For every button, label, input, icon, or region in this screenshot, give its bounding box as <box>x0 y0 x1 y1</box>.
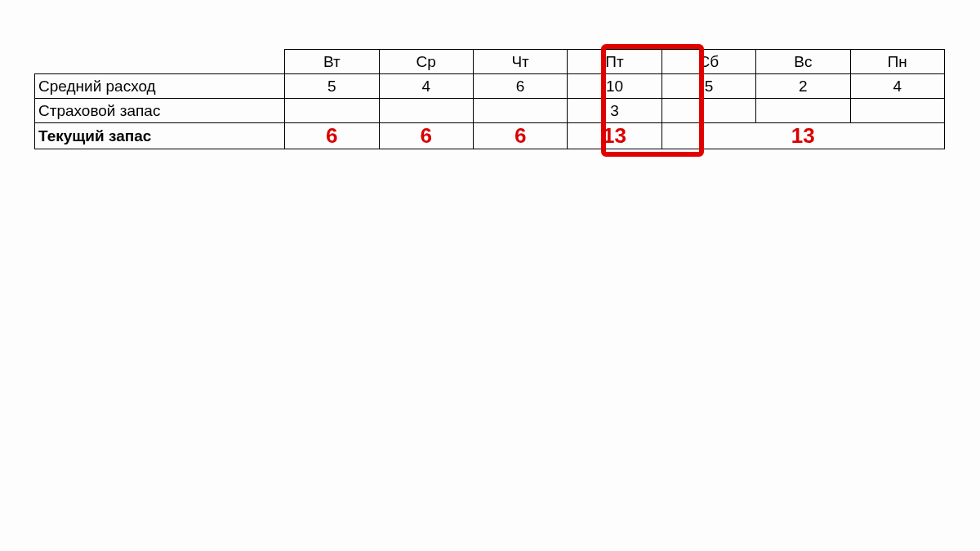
avg-pt: 10 <box>568 74 662 99</box>
safety-sb <box>662 99 755 123</box>
header-vt: Вт <box>285 50 379 74</box>
current-cht: 6 <box>473 123 567 149</box>
current-stock-row: Текущий запас 6 6 6 13 13 <box>35 123 945 149</box>
header-vs: Вс <box>756 50 850 74</box>
safety-pt: 3 <box>568 99 662 123</box>
current-sb <box>662 123 755 149</box>
current-sr: 6 <box>379 123 473 149</box>
current-vs: 13 <box>756 123 850 149</box>
safety-stock-row: Страховой запас 3 <box>35 99 945 123</box>
current-pn <box>850 123 944 149</box>
avg-vt: 5 <box>285 74 379 99</box>
safety-label: Страховой запас <box>35 99 285 123</box>
safety-pn <box>850 99 944 123</box>
avg-pn: 4 <box>850 74 944 99</box>
stock-table: Вт Ср Чт Пт Сб Вс Пн Средний расход 5 4 … <box>34 49 945 149</box>
current-label: Текущий запас <box>35 123 285 149</box>
header-sb: Сб <box>662 50 755 74</box>
stock-table-container: Вт Ср Чт Пт Сб Вс Пн Средний расход 5 4 … <box>34 49 945 149</box>
avg-vs: 2 <box>756 74 850 99</box>
avg-sr: 4 <box>379 74 473 99</box>
avg-consumption-row: Средний расход 5 4 6 10 5 2 4 <box>35 74 945 99</box>
header-pn: Пн <box>850 50 944 74</box>
avg-cht: 6 <box>473 74 567 99</box>
safety-cht <box>473 99 567 123</box>
header-cht: Чт <box>473 50 567 74</box>
avg-sb: 5 <box>662 74 755 99</box>
avg-label: Средний расход <box>35 74 285 99</box>
safety-sr <box>379 99 473 123</box>
header-sr: Ср <box>379 50 473 74</box>
current-pt: 13 <box>568 123 662 149</box>
safety-vt <box>285 99 379 123</box>
header-pt: Пт <box>568 50 662 74</box>
header-row: Вт Ср Чт Пт Сб Вс Пн <box>35 50 945 74</box>
current-vt: 6 <box>285 123 379 149</box>
safety-vs <box>756 99 850 123</box>
header-empty <box>35 50 285 74</box>
